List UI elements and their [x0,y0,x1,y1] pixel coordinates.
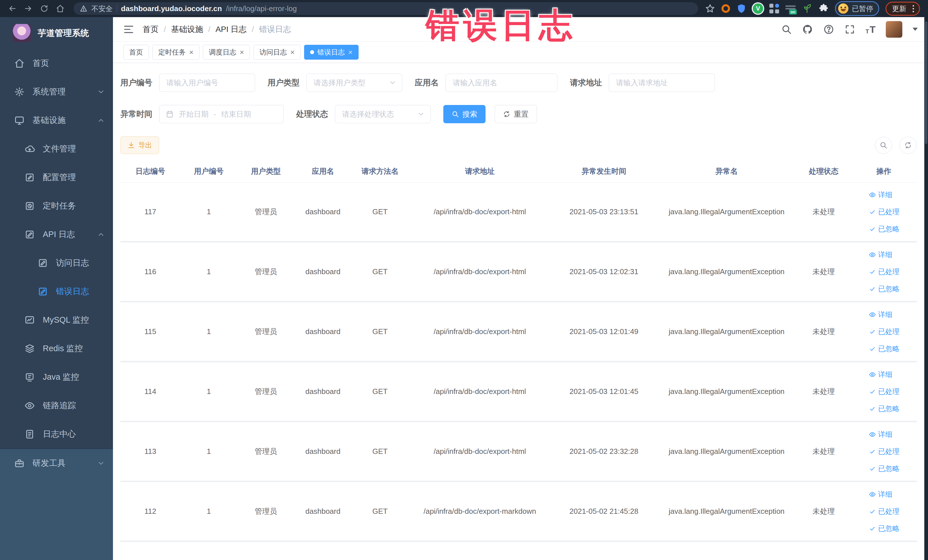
action-详细[interactable]: 详细 [869,426,892,443]
action-已处理[interactable]: 已处理 [869,324,899,340]
action-已处理[interactable]: 已处理 [869,264,899,280]
action-已忽略[interactable]: 已忽略 [869,281,899,297]
help-icon[interactable] [823,24,834,35]
extension-orange-icon[interactable] [722,4,730,13]
browser-reload-button[interactable] [38,2,51,15]
scrollbar[interactable] [924,0,928,560]
export-button[interactable]: 导出 [121,136,159,154]
action-已处理[interactable]: 已处理 [869,444,899,459]
search-button[interactable]: 搜索 [443,105,485,123]
sidebar-item-系统管理[interactable]: 系统管理 [0,78,113,106]
refresh-table-button[interactable] [899,137,917,154]
cell-user_type: 管理员 [237,327,295,337]
scrollbar-thumb[interactable] [925,21,927,144]
header-search-icon[interactable] [781,24,792,35]
action-已忽略[interactable]: 已忽略 [869,401,899,417]
sidebar-item-定时任务[interactable]: 定时任务 [0,192,113,220]
tab-访问日志[interactable]: 访问日志× [253,45,301,60]
action-已忽略[interactable]: 已忽略 [869,461,899,477]
cell-id: 114 [121,387,180,396]
action-详细[interactable]: 详细 [869,307,892,323]
action-已处理[interactable]: 已处理 [869,504,899,519]
sidebar-item-配置管理[interactable]: 配置管理 [0,163,113,192]
tab-错误日志[interactable]: 错误日志× [304,45,359,60]
reset-button-label: 重置 [514,109,529,119]
sidebar-item-label: 定时任务 [43,200,76,212]
font-size-icon[interactable]: TT [865,24,876,34]
tab-定时任务[interactable]: 定时任务× [152,45,199,60]
check-icon [869,405,876,412]
extension-grid-icon[interactable] [769,4,779,14]
filter-label-app-name: 应用名 [415,77,439,88]
browser-forward-button[interactable] [22,2,35,15]
eye-icon [869,431,876,438]
address-bar[interactable]: 不安全 dashboard.yudao.iocoder.cn /infra/lo… [73,2,698,15]
row-actions-cell: 详细已处理已忽略 [851,487,917,537]
action-label: 详细 [878,310,892,319]
extension-shield-icon[interactable] [736,3,746,14]
action-已忽略[interactable]: 已忽略 [869,221,899,237]
sidebar-item-文件管理[interactable]: 文件管理 [0,135,113,163]
sidebar-item-错误日志[interactable]: 错误日志 [0,277,113,306]
user-id-input[interactable] [159,73,255,92]
action-详细[interactable]: 详细 [869,247,892,263]
action-详细[interactable]: 详细 [869,487,892,502]
action-已忽略[interactable]: 已忽略 [869,341,899,357]
close-icon[interactable]: × [348,49,353,56]
user-type-select[interactable]: 请选择用户类型 [307,73,402,92]
extension-leaf-icon[interactable] [802,3,812,14]
breadcrumb-item[interactable]: API 日志 [216,24,247,35]
user-avatar[interactable] [886,21,902,38]
browser-home-button[interactable] [53,2,67,15]
cell-method: GET [351,208,409,216]
browser-back-button[interactable] [6,2,19,15]
github-icon[interactable] [802,24,813,35]
column-header: 用户编号 [180,166,237,176]
cell-method: GET [351,327,409,336]
sidebar-item-研发工具[interactable]: 研发工具 [0,449,113,478]
tab-首页[interactable]: 首页 [123,45,149,60]
breadcrumb-item[interactable]: 首页 [143,24,159,35]
cell-url: /api/infra/db-doc/export-html [409,327,551,336]
extensions-puzzle-icon[interactable] [818,3,829,14]
sidebar-item-链路追踪[interactable]: 链路追踪 [0,391,113,420]
app-name-input[interactable] [446,73,557,92]
sidebar-item-Redis-监控[interactable]: Redis 监控 [0,334,113,363]
browser-menu-kebab-icon[interactable] [911,5,916,13]
process-status-select[interactable]: 请选择处理状态 [335,105,431,123]
end-date-placeholder[interactable]: 结束日期 [221,109,251,119]
avatar-caret-down-icon[interactable] [913,27,918,31]
sidebar-item-API-日志[interactable]: API 日志 [0,220,113,249]
action-已处理[interactable]: 已处理 [869,384,899,400]
sidebar-item-Java-监控[interactable]: Java 监控 [0,363,113,391]
close-icon[interactable]: × [240,49,244,56]
action-已处理[interactable]: 已处理 [869,204,899,220]
sidebar-item-基础设施[interactable]: 基础设施 [0,106,113,135]
exception-time-range-picker[interactable]: 开始日期 - 结束日期 [159,105,284,123]
security-label[interactable]: 不安全 [91,4,113,14]
java-icon [24,372,35,382]
bookmark-star-icon[interactable] [705,3,715,14]
close-icon[interactable]: × [290,49,295,56]
profile-paused-badge[interactable]: 已暂停 [835,1,879,16]
start-date-placeholder[interactable]: 开始日期 [179,109,209,119]
fullscreen-icon[interactable] [844,24,855,35]
action-详细[interactable]: 详细 [869,366,892,383]
sidebar-item-首页[interactable]: 首页 [0,49,113,78]
action-已忽略[interactable]: 已忽略 [869,520,899,537]
breadcrumb-item[interactable]: 基础设施 [171,24,203,35]
extension-on-badge-icon[interactable]: on [785,4,796,13]
sidebar-logo[interactable]: 芋道管理系统 [0,17,113,49]
sidebar-item-访问日志[interactable]: 访问日志 [0,249,113,277]
browser-update-button[interactable]: 更新 [885,2,920,16]
sidebar-item-日志中心[interactable]: 日志中心 [0,420,113,449]
sidebar-toggle-hamburger-icon[interactable] [123,24,134,35]
action-详细[interactable]: 详细 [869,187,892,203]
tab-调度日志[interactable]: 调度日志× [203,45,250,60]
request-url-input[interactable] [609,73,715,92]
close-icon[interactable]: × [189,49,194,56]
reset-button[interactable]: 重置 [495,105,537,123]
extension-v-icon[interactable]: V [753,3,763,14]
sidebar-item-MySQL-监控[interactable]: MySQL 监控 [0,306,113,334]
toggle-search-button[interactable] [875,137,892,154]
